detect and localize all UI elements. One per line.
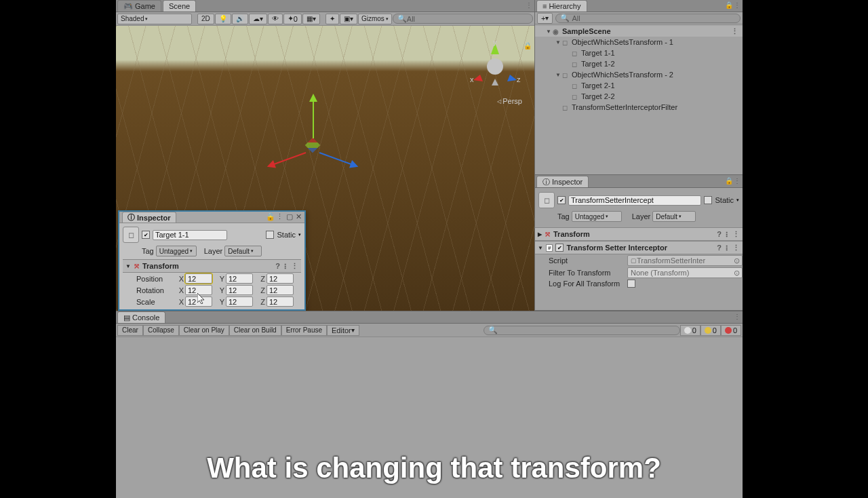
script-component-header[interactable]: ▼ # ✔ Transform Setter Interceptor ?⫶⋮ (535, 241, 743, 254)
log-checkbox[interactable] (627, 280, 635, 288)
tree-row[interactable]: ◻Target 1-2 (535, 58, 743, 69)
console-search[interactable]: 🔍 (484, 326, 680, 335)
enabled-checkbox[interactable]: ✔ (142, 231, 150, 239)
tab-inspector[interactable]: ⓘInspector (536, 176, 589, 187)
fx-count[interactable]: ✦0 (283, 14, 302, 24)
rotation-x-input[interactable] (185, 285, 212, 295)
collapse-button[interactable]: Collapse (143, 325, 179, 336)
editor-dropdown[interactable]: Editor ▾ (327, 325, 359, 336)
scale-y-input[interactable] (226, 296, 253, 307)
right-column: ≡Hierarchy 🔒 ⋮ +▾ 🔍All ▼◉SampleScene⋮ ▼◻… (535, 0, 743, 311)
object-picker-icon[interactable]: ⊙ (734, 269, 740, 277)
tab-scene[interactable]: Scene (163, 0, 196, 12)
preset-icon[interactable]: ⫶ (725, 244, 729, 252)
clear-on-build-button[interactable]: Clear on Build (229, 325, 281, 336)
help-icon[interactable]: ? (275, 262, 280, 270)
fx-toggle[interactable]: ☁▾ (249, 14, 267, 24)
tab-console[interactable]: ▤Console (117, 311, 165, 323)
layer-dropdown[interactable]: Default (652, 211, 696, 222)
object-name-input[interactable] (153, 230, 227, 240)
gameobject-icon[interactable]: ◻ (123, 227, 139, 243)
help-icon[interactable]: ? (717, 244, 722, 252)
chevron-down-icon[interactable]: ▾ (736, 197, 739, 203)
gameobject-icon: ◻ (572, 82, 581, 90)
menu-icon[interactable]: ⋮ (291, 262, 298, 271)
transform-component-header[interactable]: ▼ ⤧ Transform ?⫶⋮ (123, 259, 301, 273)
lighting-toggle[interactable]: 💡 (215, 14, 231, 24)
tool1[interactable]: ✦ (326, 14, 339, 24)
layer-dropdown[interactable]: Default (224, 246, 262, 256)
tree-row[interactable]: ◻Target 2-2 (535, 91, 743, 102)
tab-context-icon[interactable]: ⋮ (734, 313, 740, 320)
tree-row[interactable]: ◻Target 2-1 (535, 80, 743, 91)
warn-count[interactable]: 0 (701, 325, 721, 336)
console-toolbar: Clear Collapse Clear on Play Clear on Bu… (116, 324, 743, 337)
object-name-input[interactable] (568, 195, 701, 206)
scale-z-input[interactable] (267, 296, 294, 307)
position-z-input[interactable] (267, 273, 294, 284)
tab-game[interactable]: 🎮 Game (117, 0, 161, 12)
position-x-input[interactable] (185, 273, 212, 284)
lock-icon[interactable]: 🔒 (266, 212, 275, 221)
panel-controls[interactable]: 🔒 ⋮ (725, 1, 740, 9)
lock-icon[interactable]: 🔒 (524, 42, 532, 50)
tree-row[interactable]: ▼◻ObjectWhichSetsTransform - 1 (535, 37, 743, 47)
gizmos-dropdown[interactable]: Gizmos (358, 14, 392, 24)
menu-icon[interactable]: ⋮ (732, 244, 740, 252)
error-pause-button[interactable]: Error Pause (281, 325, 327, 336)
preset-icon[interactable]: ⫶ (283, 262, 288, 270)
menu-icon[interactable]: ⋮ (275, 212, 284, 221)
menu-icon[interactable]: ⋮ (731, 27, 738, 36)
foldout-icon[interactable]: ▶ (538, 231, 542, 237)
shading-dropdown[interactable]: Shaded (117, 14, 192, 24)
search-icon: 🔍 (488, 326, 498, 334)
floating-inspector-tab[interactable]: ⓘ Inspector (122, 212, 176, 223)
floating-inspector-titlebar[interactable]: ⓘ Inspector 🔒 ⋮ ▢ ✕ (119, 212, 304, 223)
tag-dropdown[interactable]: Untagged (156, 246, 197, 256)
tree-row[interactable]: ◻Target 1-1 (535, 47, 743, 58)
clear-button[interactable]: Clear (117, 325, 143, 336)
static-checkbox[interactable] (704, 196, 712, 204)
mode2d-button[interactable]: 2D (197, 14, 214, 24)
maximize-icon[interactable]: ▢ (285, 212, 294, 221)
enabled-checkbox[interactable]: ✔ (557, 196, 566, 204)
tree-row[interactable]: ▼◻ObjectWhichSetsTransform - 2 (535, 69, 743, 80)
tool2[interactable]: ▣▾ (340, 14, 357, 24)
foldout-icon[interactable]: ▼ (538, 245, 543, 251)
error-count[interactable]: 0 (721, 325, 741, 336)
menu-icon[interactable]: ⋮ (732, 230, 740, 239)
preset-icon[interactable]: ⫶ (725, 230, 729, 238)
tab-context-icon[interactable]: ⋮ (526, 1, 532, 9)
hierarchy-search[interactable]: 🔍All (555, 14, 741, 23)
scene-viewport[interactable]: 🔒 x y z ◁Persp (116, 26, 534, 311)
help-icon[interactable]: ? (717, 230, 722, 238)
rotation-z-input[interactable] (267, 285, 294, 295)
projection-label[interactable]: ◁Persp (497, 97, 522, 105)
gameobject-icon[interactable]: ◻ (538, 192, 555, 208)
rotation-y-input[interactable] (226, 285, 253, 295)
chevron-down-icon[interactable]: ▾ (298, 232, 301, 237)
audio-toggle[interactable]: 🔊 (232, 14, 248, 24)
object-picker-icon[interactable]: ⊙ (734, 256, 740, 265)
tree-row[interactable]: ◻TransformSetterInterceptorFilter (535, 102, 743, 113)
close-icon[interactable]: ✕ (294, 212, 303, 221)
foldout-icon[interactable]: ▼ (125, 263, 131, 269)
create-button[interactable]: +▾ (537, 13, 553, 24)
filter-field[interactable]: None (Transform)⊙ (627, 267, 743, 278)
grid-toggle[interactable]: ▦▾ (302, 14, 320, 24)
scene-search[interactable]: 🔍All (393, 14, 533, 24)
transform-component-header[interactable]: ▶ ⤧ Transform ?⫶⋮ (535, 227, 743, 241)
info-count[interactable]: 0 (680, 325, 701, 336)
component-enabled-checkbox[interactable]: ✔ (555, 244, 564, 252)
tag-dropdown[interactable]: Untagged (572, 211, 622, 222)
panel-controls[interactable]: 🔒 ⋮ (725, 177, 740, 185)
position-y-input[interactable] (226, 273, 253, 284)
orientation-gizmo[interactable]: x y z (468, 39, 522, 94)
transform-icon: ⤧ (545, 230, 551, 239)
static-checkbox[interactable] (266, 231, 274, 239)
tab-hierarchy[interactable]: ≡Hierarchy (536, 0, 587, 12)
hidden-toggle[interactable]: 👁 (268, 14, 283, 24)
clear-on-play-button[interactable]: Clear on Play (179, 325, 229, 336)
scale-x-input[interactable] (185, 296, 212, 307)
scene-row[interactable]: ▼◉SampleScene⋮ (535, 26, 743, 37)
